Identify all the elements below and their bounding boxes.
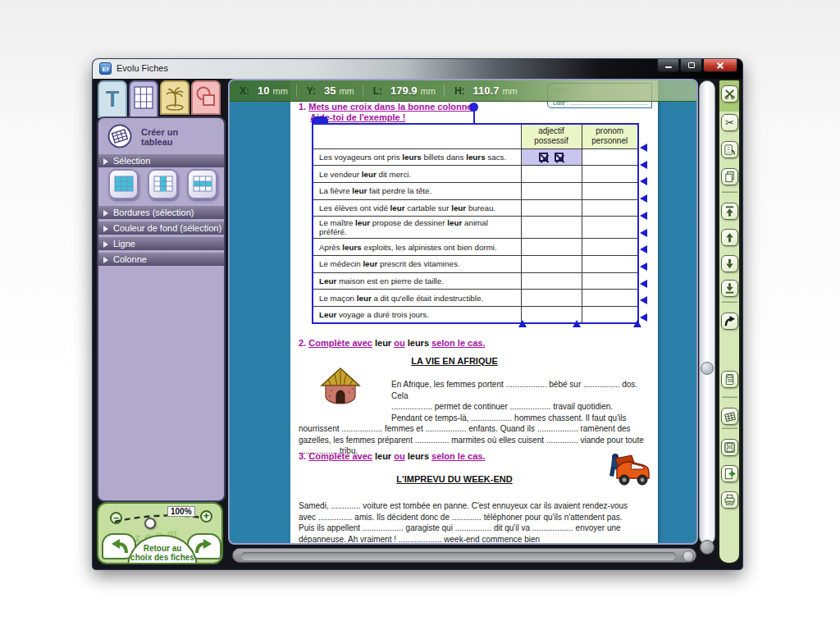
row-marker-icon[interactable] xyxy=(640,280,647,288)
row-marker-icon[interactable] xyxy=(640,262,647,271)
adjectif-cell[interactable] xyxy=(521,148,582,166)
adjectif-cell[interactable] xyxy=(521,290,582,307)
pronom-cell[interactable] xyxy=(582,148,638,166)
send-to-back-button[interactable] xyxy=(721,280,738,297)
sentence-cell[interactable]: Le maçon leur a dit qu'elle était indest… xyxy=(313,290,521,307)
sentence-cell[interactable]: Après leurs exploits, les alpinistes ont… xyxy=(313,239,521,256)
table-row[interactable]: Le maître leur propose de dessiner leur … xyxy=(313,217,638,239)
send-backward-button[interactable] xyxy=(721,255,738,272)
tab-image[interactable] xyxy=(160,80,189,115)
table-row[interactable]: Les élèves ont vidé leur cartable sur le… xyxy=(313,199,638,217)
table-selection-handle[interactable] xyxy=(469,103,478,112)
minimize-button[interactable] xyxy=(657,59,679,72)
pronom-cell[interactable] xyxy=(582,182,638,199)
pronom-cell[interactable] xyxy=(582,166,638,183)
table-row[interactable]: Le maçon leur a dit qu'elle était indest… xyxy=(313,290,638,307)
close-button[interactable] xyxy=(703,59,737,72)
select-all-cells-button[interactable] xyxy=(108,169,139,199)
section-background-color[interactable]: Couleur de fond (sélection) xyxy=(98,221,224,235)
horizontal-scrollbar[interactable] xyxy=(232,548,696,563)
paste-button[interactable] xyxy=(721,168,738,185)
checked-box-icon[interactable] xyxy=(539,153,548,162)
print-button[interactable] xyxy=(721,491,738,509)
pronom-cell[interactable] xyxy=(582,199,638,217)
bring-forward-button[interactable] xyxy=(721,229,738,246)
table-row[interactable]: Le médecin leur prescrit des vitamines. xyxy=(313,255,638,272)
column-marker-icon[interactable] xyxy=(633,320,641,327)
adjectif-cell[interactable] xyxy=(521,199,582,217)
sentence-cell[interactable]: Leur maison est en pierre de taille. xyxy=(313,272,521,290)
row-marker-icon[interactable] xyxy=(640,177,647,185)
worksheet-page[interactable]: 1. Mets une croix dans la bonne colonne.… xyxy=(290,80,658,545)
select-row-button[interactable] xyxy=(187,169,217,199)
pronom-cell[interactable] xyxy=(582,217,638,239)
table-row[interactable]: Leur maison est en pierre de taille. xyxy=(313,272,638,290)
checked-box-icon[interactable] xyxy=(555,153,564,162)
sentence-cell[interactable]: Le médecin leur prescrit des vitamines. xyxy=(313,255,521,272)
table-row[interactable]: Leur voyage a duré trois jours. xyxy=(313,307,638,324)
sentence-cell[interactable]: Les voyageurs ont pris leurs billets dan… xyxy=(313,148,521,166)
select-column-button[interactable] xyxy=(148,169,178,199)
create-table-button[interactable]: Créer un tableau xyxy=(98,121,224,153)
horizontal-scrollbar-thumb[interactable] xyxy=(682,550,694,562)
sentence-cell[interactable]: La fièvre leur fait perdre la tête. xyxy=(313,182,521,199)
pronom-cell[interactable] xyxy=(582,272,638,290)
adjectif-cell[interactable] xyxy=(521,255,582,272)
section-borders[interactable]: Bordures (sélection) xyxy=(98,206,224,219)
row-marker-icon[interactable] xyxy=(640,194,647,203)
tools-button[interactable] xyxy=(721,85,738,103)
document-viewport[interactable]: Nom : Date : ...........................… xyxy=(228,79,698,545)
tab-text[interactable]: T xyxy=(98,80,127,118)
title-bar[interactable]: Ef Evolu Fiches xyxy=(93,59,742,79)
table-row[interactable]: Les voyageurs ont pris leurs billets dan… xyxy=(313,148,638,166)
table-row[interactable]: Après leurs exploits, les alpinistes ont… xyxy=(313,239,638,256)
save-button[interactable] xyxy=(721,439,738,456)
table-row[interactable]: La fièvre leur fait perdre la tête. xyxy=(313,182,638,199)
undo-button[interactable] xyxy=(721,313,738,330)
sentence-cell[interactable]: Le maître leur propose de dessiner leur … xyxy=(313,217,521,239)
pronom-cell[interactable] xyxy=(582,239,638,256)
tab-table[interactable] xyxy=(129,80,158,120)
calculator-button[interactable] xyxy=(721,371,738,388)
sentence-cell[interactable]: Leur voyage a duré trois jours. xyxy=(313,307,521,324)
column-marker-icon[interactable] xyxy=(518,320,527,327)
object-toolbar: ✂ xyxy=(718,79,741,564)
vertical-scrollbar[interactable] xyxy=(699,80,715,545)
section-column[interactable]: Colonne xyxy=(98,253,224,266)
export-button[interactable] xyxy=(721,465,738,482)
vertical-scrollbar-thumb[interactable] xyxy=(701,362,714,375)
section-selection[interactable]: Sélection xyxy=(98,154,224,167)
sentence-cell[interactable]: Les élèves ont vidé leur cartable sur le… xyxy=(313,199,521,217)
cut-button[interactable]: ✂ xyxy=(721,114,738,131)
zoom-slider-knob[interactable] xyxy=(144,518,156,529)
row-marker-icon[interactable] xyxy=(640,161,647,169)
width-field: L: 179.9 mm xyxy=(363,84,445,97)
adjectif-cell[interactable] xyxy=(521,217,582,239)
row-marker-icon[interactable] xyxy=(640,144,647,152)
sentence-cell[interactable]: Le vendeur leur dit merci. xyxy=(313,166,521,183)
vertical-scrollbar-end[interactable] xyxy=(700,540,714,555)
maximize-button[interactable] xyxy=(680,59,702,72)
table-selection-tab[interactable] xyxy=(312,116,328,124)
row-marker-icon[interactable] xyxy=(640,296,647,304)
adjectif-cell[interactable] xyxy=(521,272,582,290)
row-marker-icon[interactable] xyxy=(640,212,647,220)
pronom-cell[interactable] xyxy=(582,255,638,272)
adjectif-cell[interactable] xyxy=(521,182,582,199)
pronom-cell[interactable] xyxy=(582,290,638,307)
adjectif-cell[interactable] xyxy=(521,166,582,183)
tab-shapes[interactable] xyxy=(191,80,221,115)
section-row[interactable]: Ligne xyxy=(98,237,224,250)
table-grid-button[interactable] xyxy=(721,408,738,425)
exercise-table[interactable]: adjectifpossessif pronompersonnel Les vo… xyxy=(312,123,639,324)
copy-button[interactable] xyxy=(721,141,738,158)
row-marker-icon[interactable] xyxy=(640,229,647,237)
row-marker-icon[interactable] xyxy=(640,245,647,253)
bring-forward-icon xyxy=(724,231,736,244)
bring-to-front-button[interactable] xyxy=(721,203,738,220)
pronom-cell[interactable] xyxy=(582,307,638,324)
adjectif-cell[interactable] xyxy=(521,239,582,256)
table-row[interactable]: Le vendeur leur dit merci. xyxy=(313,166,638,183)
x-unit: mm xyxy=(272,86,287,96)
column-marker-icon[interactable] xyxy=(573,320,581,327)
